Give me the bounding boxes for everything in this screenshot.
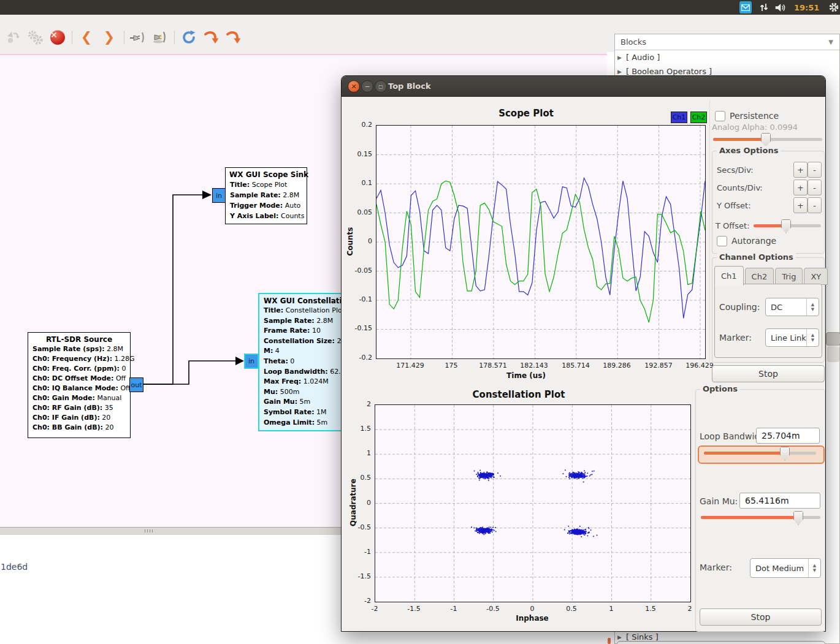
constellation-x-tick-label: -1 — [435, 605, 472, 613]
block-param-row: Ch0: Frequency (Hz): 1.28G — [28, 354, 130, 364]
t-offset-slider[interactable] — [754, 224, 821, 227]
slider-fill — [754, 224, 785, 227]
constellation-marker-select[interactable]: Dot Medium ▲▼ — [750, 558, 821, 578]
loop-bandwidth-input[interactable]: 25.704m — [756, 428, 820, 444]
scope-plot-svg — [376, 126, 705, 358]
t-offset-label: T Offset: — [716, 221, 750, 230]
block-param-row: Ch0: RF Gain (dB): 35 — [28, 403, 130, 413]
scrollbar-thumb[interactable] — [826, 332, 840, 346]
blocks-tree: ▶[ Audio ]▶[ Boolean Operators ] — [615, 50, 839, 78]
gear-icon[interactable] — [828, 1, 840, 13]
scope-y-tick-label: 0.2 — [345, 121, 372, 129]
block-title: WX GUI Scope Sink — [226, 168, 307, 180]
coupling-label: Coupling: — [719, 302, 760, 312]
secs-div-label: Secs/Div: — [717, 165, 754, 175]
scope-x-tick-label: 182.143 — [516, 362, 552, 369]
autorange-label: Autorange — [731, 236, 776, 246]
expand-triangle-icon[interactable]: ▶ — [615, 69, 626, 75]
constellation-y-tick-label: 1 — [346, 449, 371, 457]
counts-div-plus-button[interactable]: + — [793, 180, 808, 195]
block-param-row: Ch0: Freq. Corr. (ppm): 0 — [28, 364, 130, 374]
constellation-x-tick-label: -1.5 — [395, 605, 432, 613]
secs-div-plus-button[interactable]: + — [793, 162, 808, 178]
block-param-row: Ch0: Gain Mode: Manual — [28, 393, 130, 403]
block-params: Title: Scope PlotSample Rate: 2.8MTrigge… — [226, 180, 307, 221]
slider-fill — [713, 138, 765, 141]
close-icon[interactable]: ✕ — [348, 80, 360, 93]
scope-x-tick-label: 178.571 — [475, 362, 511, 369]
constellation-x-tick-label: 0.5 — [553, 605, 590, 613]
overlay-scrollbar-thumb[interactable] — [608, 638, 611, 644]
chevron-down-icon[interactable]: ▼ — [828, 39, 839, 45]
blocks-tree-item[interactable]: ▶[ Audio ] — [615, 50, 839, 64]
minimize-icon[interactable]: ─ — [361, 80, 373, 93]
scope-y-tick-label: -0.15 — [345, 324, 372, 332]
coupling-select[interactable]: DC ▲▼ — [765, 298, 819, 316]
block-param-row: Ch0: DC Offset Mode: Off — [28, 374, 130, 384]
scope-x-tick-label: 192.857 — [640, 362, 677, 369]
slider-fill — [704, 452, 784, 455]
scope-x-tick-label: 185.714 — [557, 362, 594, 369]
gain-mu-input[interactable]: 65.4116m — [739, 493, 820, 509]
scope-y-tick-label: -0.2 — [345, 354, 372, 362]
analog-alpha-slider[interactable] — [713, 138, 822, 141]
constellation-y-axis-label: Quadrature — [349, 478, 357, 527]
constellation-stop-button[interactable]: Stop — [700, 608, 822, 626]
tab-xy[interactable]: XY — [804, 268, 828, 285]
constellation-in-port[interactable]: in — [244, 354, 259, 369]
channel-options-legend: Channel Options — [717, 252, 796, 262]
scope-y-axis-label: Counts — [346, 223, 354, 260]
tab-trig[interactable]: Trig — [775, 268, 803, 285]
axes-options-legend: Axes Options — [717, 146, 781, 155]
maximize-icon[interactable]: ▢ — [375, 80, 387, 93]
console-text: 1de6d — [1, 562, 28, 572]
divider-grip[interactable] — [145, 529, 155, 532]
window-title: Top Block — [388, 76, 431, 96]
constellation-x-tick-label: 1 — [593, 605, 630, 613]
spinner-arrows-icon[interactable]: ▲▼ — [806, 329, 819, 346]
block-param-row: Ch0: BB Gain (dB): 20 — [28, 423, 130, 433]
persistence-checkbox[interactable] — [715, 111, 725, 121]
expand-triangle-icon[interactable]: ▶ — [615, 55, 626, 61]
scope-in-port[interactable]: in — [212, 188, 226, 203]
secs-div-minus-button[interactable]: - — [808, 162, 822, 178]
constellation-x-tick-label: -2 — [356, 605, 393, 613]
block-param-row: Ch0: IF Gain (dB): 20 — [28, 413, 130, 423]
scope-marker-select[interactable]: Line Link ▲▼ — [765, 328, 819, 347]
loop-bandwidth-slider[interactable] — [704, 452, 816, 455]
scope-x-tick-label: 171.429 — [392, 362, 429, 369]
expand-triangle-icon[interactable]: ▶ — [615, 634, 626, 640]
block-search-input[interactable] — [616, 641, 826, 644]
rtl-out-port[interactable]: out — [129, 377, 143, 392]
gain-mu-label: Gain Mu: — [700, 496, 738, 506]
autorange-checkbox[interactable] — [717, 236, 727, 246]
spinner-arrows-icon[interactable]: ▲▼ — [808, 559, 820, 577]
block-rtl-sdr-source[interactable]: RTL-SDR Source Sample Rate (sps): 2.8MCh… — [28, 332, 131, 438]
scope-stop-button[interactable]: Stop — [712, 365, 825, 382]
tab-ch2[interactable]: Ch2 — [745, 268, 774, 285]
block-param-row: Y Axis Label: Counts — [226, 211, 307, 221]
spinner-arrows-icon[interactable]: ▲▼ — [806, 298, 819, 316]
y-offset-plus-button[interactable]: + — [793, 197, 808, 213]
options-legend: Options — [700, 384, 740, 393]
scope-y-tick-label: 0.05 — [345, 208, 372, 216]
scope-plot-title: Scope Plot — [403, 108, 649, 119]
tab-ch1[interactable]: Ch1 — [714, 266, 744, 286]
gain-mu-slider[interactable] — [701, 516, 820, 519]
blocks-panel-header[interactable]: Blocks ▼ — [615, 34, 839, 50]
y-offset-minus-button[interactable]: - — [808, 197, 822, 213]
scope-plot-area — [376, 125, 706, 359]
window-titlebar[interactable]: ✕ ─ ▢ Top Block — [342, 76, 825, 97]
y-offset-label: Y Offset: — [717, 201, 751, 210]
tree-item-label: [ Audio ] — [626, 53, 660, 62]
scrollbar-track[interactable] — [827, 346, 839, 362]
block-wx-gui-scope-sink[interactable]: WX GUI Scope Sink Title: Scope PlotSampl… — [225, 167, 307, 224]
block-param-row: Title: Scope Plot — [226, 180, 307, 190]
slider-handle[interactable] — [761, 133, 771, 147]
counts-div-minus-button[interactable]: - — [808, 180, 822, 195]
network-icon[interactable] — [758, 1, 770, 13]
volume-icon[interactable] — [774, 1, 786, 13]
block-param-row: Ch0: IQ Balance Mode: Off — [28, 384, 130, 393]
mail-icon[interactable] — [739, 1, 752, 13]
clock-label[interactable]: 19:51 — [794, 1, 819, 13]
